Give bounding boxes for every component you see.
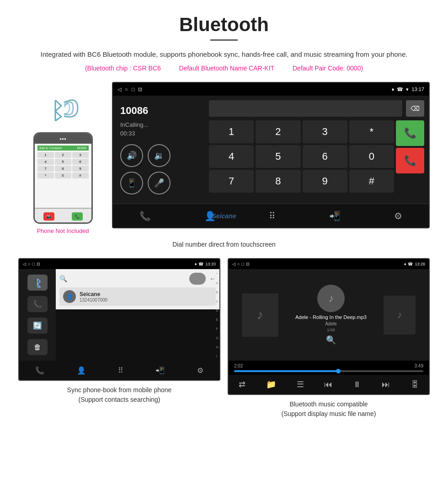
play-pause-icon[interactable]: ⏸ (353, 380, 361, 389)
dialer-input-field[interactable] (209, 100, 402, 117)
bottom-screenshots: ◁ ○ □ ⊡ ♦ ☎ 13:20 (18, 258, 430, 419)
music-status-bar: ◁ ○ □ ⊡ ♦ ☎ 13:26 (229, 259, 429, 269)
phone-top-bar: ●●● (35, 134, 91, 144)
ms-nav-home: ○ (237, 262, 240, 266)
key-2[interactable]: 2 (256, 120, 300, 143)
key-star[interactable]: * (349, 120, 394, 143)
key-3[interactable]: 3 (303, 120, 347, 143)
car-bottom-bar: 📞 👤 Seicane ⠿ 📲 ⚙ (113, 204, 429, 227)
playlist-icon[interactable]: ☰ (297, 379, 304, 389)
ms-nav-sq: □ (241, 262, 244, 266)
search-icon[interactable]: 🔍 (59, 275, 67, 282)
phonebook-screen: ◁ ○ □ ⊡ ♦ ☎ 13:20 (18, 258, 220, 381)
backspace-button[interactable]: ⌫ (406, 100, 424, 117)
phonebook-caption-line1: Sync phone-book from mobile phone (67, 385, 172, 395)
music-content: ♪ ♪ Adele - Rolling In the Deep.mp3 Adel… (229, 269, 429, 361)
pb-transfer-icon[interactable]: 📲 (155, 366, 165, 375)
seicane-watermark: Seicane (212, 212, 236, 220)
dialpad-icon[interactable]: ⠿ (269, 211, 276, 221)
shuffle-icon[interactable]: ⇄ (239, 379, 245, 389)
pb-nav-home: ○ (28, 262, 30, 266)
transfer-button[interactable]: 📱 (120, 172, 143, 194)
progress-bar[interactable] (234, 370, 423, 372)
key-hash[interactable]: # (349, 170, 394, 193)
page-subtitle: Integrated with BC6 Bluetooth module, su… (18, 49, 430, 60)
volume-down-button[interactable]: 🔉 (148, 144, 171, 167)
search-oval[interactable] (189, 273, 206, 285)
progress-dot[interactable] (336, 369, 341, 373)
car-status-left: ◁ ○ □ ⊡ (117, 86, 142, 92)
music-time-row: 2:02 3:49 (234, 363, 423, 368)
dial-caption: Dial number direct from touchscreen (18, 241, 430, 248)
dialer-number: 10086 (120, 105, 148, 117)
key-0[interactable]: 0 (349, 145, 394, 168)
music-center: ♪ Adele - Rolling In the Deep.mp3 Adele … (295, 285, 367, 345)
phone-not-included-label: Phone Not Included (37, 227, 89, 234)
phonebook-main: 📞 🔄 🗑 🔍 (19, 269, 219, 361)
ms-nav-cast: ⊡ (246, 262, 250, 266)
music-caption-line2: (Support display music file name) (282, 409, 376, 419)
pb-nav-sq: □ (32, 262, 34, 266)
music-search-icon[interactable]: 🔍 (326, 335, 336, 345)
phonebook-search-row: 🔍 ← (59, 273, 216, 285)
specs-row: (Bluetooth chip : CSR BC6 Default Blueto… (18, 65, 430, 72)
volume-up-button[interactable]: 🔊 (120, 144, 143, 167)
folder-icon[interactable]: 📁 (266, 379, 276, 389)
mute-button[interactable]: 🎤 (148, 172, 171, 194)
bluetooth-signal-visual (45, 96, 81, 128)
answer-button[interactable]: 📞 (396, 120, 424, 146)
ms-time: 13:26 (415, 262, 425, 266)
call-sidebar-button[interactable]: 📞 (27, 296, 48, 312)
delete-sidebar-button[interactable]: 🗑 (27, 339, 48, 355)
back-arrow-icon[interactable]: ← (209, 275, 216, 282)
pb-grid-icon[interactable]: ⠿ (118, 366, 123, 375)
status-time: 13:17 (411, 86, 424, 92)
phone-screen: Add to Contacts MORE 1 2 3 4 5 6 7 8 9 * (35, 144, 91, 208)
phonebook-bottom-bar: 📞 👤 ⠿ 📲 ⚙ (19, 361, 219, 380)
contact-number: 13241007000 (80, 297, 107, 303)
album-art-left: ♪ (242, 293, 278, 337)
sync-sidebar-button[interactable]: 🔄 (27, 318, 48, 334)
page-title: Bluetooth (18, 14, 430, 36)
key-8[interactable]: 8 (256, 170, 300, 193)
car-main-dialer: 10086 InCalling... 00:33 🔊 🔉 📱 🎤 (113, 96, 429, 204)
ms-location: ♦ (404, 262, 406, 266)
pb-time: 13:20 (205, 262, 216, 266)
call-icon: ☎ (397, 86, 403, 92)
key-5[interactable]: 5 (256, 145, 300, 168)
phone-side: ●●● Add to Contacts MORE 1 2 3 4 5 6 7 (18, 82, 107, 234)
music-time-total: 3:49 (415, 363, 423, 368)
car-screen: ◁ ○ □ ⊡ ♦ ☎ ▾ 13:17 10086 InCalling... (112, 82, 430, 228)
dialer-left: 10086 InCalling... 00:33 🔊 🔉 📱 🎤 (113, 96, 204, 204)
settings-icon[interactable]: ⚙ (394, 211, 402, 221)
transfer-out-icon[interactable]: 📲 (329, 211, 341, 221)
prev-icon[interactable]: ⏮ (324, 380, 332, 389)
call-buttons: 📞 📞 (396, 120, 424, 193)
key-1[interactable]: 1 (209, 120, 254, 143)
bt-chip: (Bluetooth chip : CSR BC6 (85, 65, 161, 72)
key-4[interactable]: 4 (209, 145, 254, 168)
phonebook-block: ◁ ○ □ ⊡ ♦ ☎ 13:20 (18, 258, 220, 419)
pb-person-icon[interactable]: 👤 (77, 366, 86, 375)
pb-nav-cast: ⊡ (37, 262, 40, 266)
key-9[interactable]: 9 (303, 170, 347, 193)
music-artist: Adele (295, 321, 367, 327)
hangup-button[interactable]: 📞 (396, 148, 424, 173)
bt-pair: Default Pair Code: 0000) (293, 65, 363, 72)
music-block: ◁ ○ □ ⊡ ♦ ☎ 13:26 ♪ (228, 258, 430, 419)
equalizer-icon[interactable]: 🎛 (411, 380, 419, 389)
nav-cast-icon: ⊡ (138, 86, 142, 92)
next-icon[interactable]: ⏭ (382, 380, 390, 389)
pb-settings-icon[interactable]: ⚙ (197, 366, 203, 375)
music-controls: ⇄ 📁 ☰ ⏮ ⏸ ⏭ 🎛 (229, 375, 429, 394)
nav-back-icon: ◁ (117, 86, 121, 92)
bt-name: Default Bluetooth Name CAR-KIT (179, 65, 275, 72)
key-6[interactable]: 6 (303, 145, 347, 168)
phonebook-status-bar: ◁ ○ □ ⊡ ♦ ☎ 13:20 (19, 259, 219, 269)
bluetooth-sidebar-icon[interactable] (27, 275, 48, 291)
pb-calls-icon[interactable]: 📞 (35, 366, 44, 375)
contact-item[interactable]: 👤 Seicane 13241007000 (59, 287, 216, 306)
recent-calls-icon[interactable]: 📞 (139, 211, 151, 221)
music-track: Adele - Rolling In the Deep.mp3 (295, 314, 367, 321)
key-7[interactable]: 7 (209, 170, 254, 193)
